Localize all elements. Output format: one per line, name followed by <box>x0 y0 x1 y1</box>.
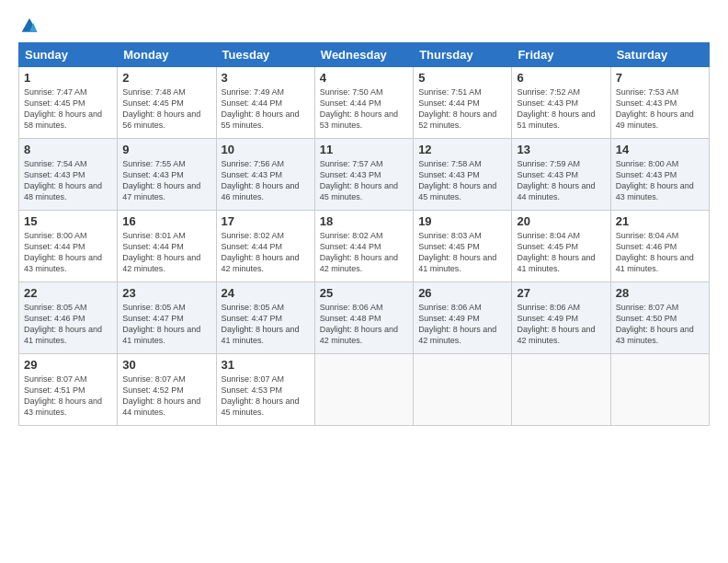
day-number: 18 <box>320 214 408 228</box>
day-number: 23 <box>122 286 210 300</box>
calendar-cell: 20 Sunrise: 8:04 AM Sunset: 4:45 PM Dayl… <box>512 211 610 282</box>
day-number: 6 <box>517 71 605 85</box>
day-info: Sunrise: 7:52 AM Sunset: 4:43 PM Dayligh… <box>517 86 605 132</box>
day-number: 13 <box>517 143 605 156</box>
day-info: Sunrise: 8:05 AM Sunset: 4:46 PM Dayligh… <box>24 302 112 347</box>
calendar-cell: 16 Sunrise: 8:01 AM Sunset: 4:44 PM Dayl… <box>118 211 216 282</box>
calendar-cell: 10 Sunrise: 7:56 AM Sunset: 4:43 PM Dayl… <box>216 139 314 211</box>
calendar-cell: 2 Sunrise: 7:48 AM Sunset: 4:45 PM Dayli… <box>118 67 216 139</box>
day-info: Sunrise: 8:01 AM Sunset: 4:44 PM Dayligh… <box>122 230 210 275</box>
calendar-cell: 13 Sunrise: 7:59 AM Sunset: 4:43 PM Dayl… <box>512 139 610 211</box>
day-header-friday: Friday <box>512 43 610 67</box>
logo <box>18 17 39 35</box>
day-number: 29 <box>24 358 112 372</box>
week-row-3: 15 Sunrise: 8:00 AM Sunset: 4:44 PM Dayl… <box>19 211 710 282</box>
day-info: Sunrise: 7:59 AM Sunset: 4:43 PM Dayligh… <box>517 158 605 203</box>
day-info: Sunrise: 8:06 AM Sunset: 4:49 PM Dayligh… <box>517 302 605 347</box>
day-info: Sunrise: 8:04 AM Sunset: 4:46 PM Dayligh… <box>616 230 704 275</box>
week-row-5: 29 Sunrise: 8:07 AM Sunset: 4:51 PM Dayl… <box>19 354 710 426</box>
calendar-cell: 12 Sunrise: 7:58 AM Sunset: 4:43 PM Dayl… <box>414 139 512 211</box>
calendar-cell: 31 Sunrise: 8:07 AM Sunset: 4:53 PM Dayl… <box>216 354 314 426</box>
calendar-cell: 23 Sunrise: 8:05 AM Sunset: 4:47 PM Dayl… <box>118 282 216 354</box>
day-number: 26 <box>418 286 506 300</box>
day-info: Sunrise: 7:48 AM Sunset: 4:45 PM Dayligh… <box>122 86 210 132</box>
calendar-cell: 1 Sunrise: 7:47 AM Sunset: 4:45 PM Dayli… <box>19 67 118 139</box>
calendar-cell <box>512 354 610 426</box>
logo-icon <box>20 17 39 35</box>
day-number: 22 <box>24 286 112 300</box>
day-number: 20 <box>517 214 605 228</box>
day-header-saturday: Saturday <box>610 43 709 67</box>
calendar-cell: 25 Sunrise: 8:06 AM Sunset: 4:48 PM Dayl… <box>314 282 413 354</box>
day-info: Sunrise: 7:56 AM Sunset: 4:43 PM Dayligh… <box>222 158 310 203</box>
day-number: 9 <box>122 143 210 156</box>
day-header-thursday: Thursday <box>414 43 512 67</box>
day-info: Sunrise: 8:06 AM Sunset: 4:49 PM Dayligh… <box>418 302 506 347</box>
week-row-4: 22 Sunrise: 8:05 AM Sunset: 4:46 PM Dayl… <box>19 282 710 354</box>
day-info: Sunrise: 7:57 AM Sunset: 4:43 PM Dayligh… <box>320 158 408 203</box>
calendar-cell: 19 Sunrise: 8:03 AM Sunset: 4:45 PM Dayl… <box>414 211 512 282</box>
calendar-cell: 18 Sunrise: 8:02 AM Sunset: 4:44 PM Dayl… <box>314 211 413 282</box>
calendar-cell: 11 Sunrise: 7:57 AM Sunset: 4:43 PM Dayl… <box>314 139 413 211</box>
calendar-cell <box>314 354 413 426</box>
day-info: Sunrise: 8:02 AM Sunset: 4:44 PM Dayligh… <box>320 230 408 275</box>
day-number: 1 <box>24 71 112 85</box>
header <box>18 17 710 35</box>
calendar-cell: 29 Sunrise: 8:07 AM Sunset: 4:51 PM Dayl… <box>19 354 118 426</box>
day-info: Sunrise: 8:07 AM Sunset: 4:51 PM Dayligh… <box>24 373 112 419</box>
day-header-tuesday: Tuesday <box>216 43 314 67</box>
day-info: Sunrise: 8:03 AM Sunset: 4:45 PM Dayligh… <box>418 230 506 275</box>
week-row-2: 8 Sunrise: 7:54 AM Sunset: 4:43 PM Dayli… <box>19 139 710 211</box>
week-row-1: 1 Sunrise: 7:47 AM Sunset: 4:45 PM Dayli… <box>19 67 710 139</box>
calendar-cell: 8 Sunrise: 7:54 AM Sunset: 4:43 PM Dayli… <box>19 139 118 211</box>
calendar-cell: 17 Sunrise: 8:02 AM Sunset: 4:44 PM Dayl… <box>216 211 314 282</box>
day-info: Sunrise: 7:54 AM Sunset: 4:43 PM Dayligh… <box>24 158 112 203</box>
calendar-cell: 24 Sunrise: 8:05 AM Sunset: 4:47 PM Dayl… <box>216 282 314 354</box>
page: SundayMondayTuesdayWednesdayThursdayFrid… <box>0 0 728 563</box>
day-info: Sunrise: 8:07 AM Sunset: 4:53 PM Dayligh… <box>222 373 310 419</box>
day-info: Sunrise: 7:50 AM Sunset: 4:44 PM Dayligh… <box>320 86 408 132</box>
day-number: 14 <box>616 143 704 156</box>
day-info: Sunrise: 8:02 AM Sunset: 4:44 PM Dayligh… <box>222 230 310 275</box>
calendar-cell: 9 Sunrise: 7:55 AM Sunset: 4:43 PM Dayli… <box>118 139 216 211</box>
day-number: 15 <box>24 214 112 228</box>
day-number: 3 <box>222 71 310 85</box>
day-number: 21 <box>616 214 704 228</box>
day-info: Sunrise: 7:53 AM Sunset: 4:43 PM Dayligh… <box>616 86 704 132</box>
calendar-cell: 5 Sunrise: 7:51 AM Sunset: 4:44 PM Dayli… <box>414 67 512 139</box>
day-number: 19 <box>418 214 506 228</box>
day-number: 8 <box>24 143 112 156</box>
calendar-cell: 27 Sunrise: 8:06 AM Sunset: 4:49 PM Dayl… <box>512 282 610 354</box>
calendar-cell: 30 Sunrise: 8:07 AM Sunset: 4:52 PM Dayl… <box>118 354 216 426</box>
calendar-header-row: SundayMondayTuesdayWednesdayThursdayFrid… <box>19 43 710 67</box>
day-header-sunday: Sunday <box>19 43 118 67</box>
day-number: 25 <box>320 286 408 300</box>
day-number: 28 <box>616 286 704 300</box>
calendar-cell: 4 Sunrise: 7:50 AM Sunset: 4:44 PM Dayli… <box>314 67 413 139</box>
day-info: Sunrise: 8:05 AM Sunset: 4:47 PM Dayligh… <box>122 302 210 347</box>
calendar-cell: 6 Sunrise: 7:52 AM Sunset: 4:43 PM Dayli… <box>512 67 610 139</box>
day-number: 30 <box>122 358 210 372</box>
day-header-wednesday: Wednesday <box>314 43 413 67</box>
calendar-cell <box>414 354 512 426</box>
day-number: 2 <box>122 71 210 85</box>
calendar-cell: 14 Sunrise: 8:00 AM Sunset: 4:43 PM Dayl… <box>610 139 709 211</box>
day-header-monday: Monday <box>118 43 216 67</box>
day-number: 11 <box>320 143 408 156</box>
day-number: 16 <box>122 214 210 228</box>
calendar-cell: 3 Sunrise: 7:49 AM Sunset: 4:44 PM Dayli… <box>216 67 314 139</box>
day-number: 24 <box>222 286 310 300</box>
day-info: Sunrise: 8:05 AM Sunset: 4:47 PM Dayligh… <box>222 302 310 347</box>
day-info: Sunrise: 8:07 AM Sunset: 4:52 PM Dayligh… <box>122 373 210 419</box>
day-info: Sunrise: 7:47 AM Sunset: 4:45 PM Dayligh… <box>24 86 112 132</box>
day-info: Sunrise: 8:00 AM Sunset: 4:43 PM Dayligh… <box>616 158 704 203</box>
calendar-cell: 22 Sunrise: 8:05 AM Sunset: 4:46 PM Dayl… <box>19 282 118 354</box>
day-info: Sunrise: 8:04 AM Sunset: 4:45 PM Dayligh… <box>517 230 605 275</box>
calendar-cell: 26 Sunrise: 8:06 AM Sunset: 4:49 PM Dayl… <box>414 282 512 354</box>
calendar-cell: 15 Sunrise: 8:00 AM Sunset: 4:44 PM Dayl… <box>19 211 118 282</box>
day-number: 5 <box>418 71 506 85</box>
day-info: Sunrise: 8:00 AM Sunset: 4:44 PM Dayligh… <box>24 230 112 275</box>
day-number: 10 <box>222 143 310 156</box>
day-number: 4 <box>320 71 408 85</box>
day-number: 31 <box>222 358 310 372</box>
